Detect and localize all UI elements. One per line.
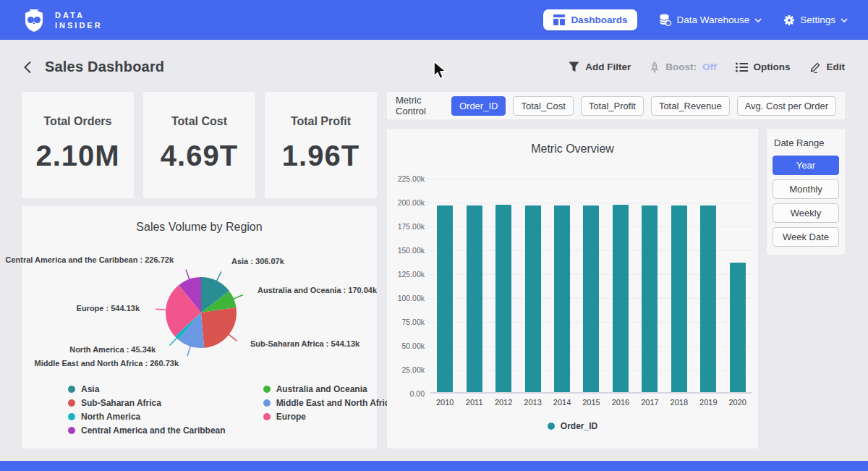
x-axis-tick: 2017 xyxy=(635,398,664,407)
legend-dot xyxy=(548,423,555,430)
date-range-label: Date Range xyxy=(774,137,839,148)
pie-chart-title: Sales Volume by Region xyxy=(22,206,377,234)
y-axis-tick: 150.00k xyxy=(390,246,425,255)
settings-menu[interactable]: Settings xyxy=(783,14,848,26)
legend-label: Australia and Oceania xyxy=(276,384,367,394)
kpi-value: 1.96T xyxy=(282,140,359,172)
metric-control-label: Metric Control xyxy=(396,95,443,116)
metric-option-avg-cost-per-order[interactable]: Avg. Cost per Order xyxy=(737,96,836,116)
x-axis-tick: 2016 xyxy=(606,398,635,407)
bar-2019[interactable] xyxy=(700,205,716,392)
pie-chart[interactable] xyxy=(161,273,241,352)
y-axis-tick: 200.00k xyxy=(390,198,425,207)
edit-button[interactable]: Edit xyxy=(809,61,846,73)
y-axis-tick: 25.00k xyxy=(390,365,425,374)
x-axis-tick: 2013 xyxy=(519,398,548,407)
pie-leader-line xyxy=(216,272,221,282)
bar-chart-legend: Order_ID xyxy=(387,421,758,431)
y-axis-tick: 125.00k xyxy=(390,270,425,279)
bar-2015[interactable] xyxy=(583,205,599,392)
pie-legend-item-central-america-and-the-caribbean[interactable]: Central America and the Caribbean xyxy=(68,425,226,436)
pie-legend-item-north-america[interactable]: North America xyxy=(68,412,226,422)
back-button[interactable] xyxy=(23,61,32,74)
pie-chart-card: Sales Volume by Region Asia : 306.07kAus… xyxy=(22,206,377,449)
date-range-option-monthly[interactable]: Monthly xyxy=(773,179,839,199)
owl-logo-icon xyxy=(20,7,48,34)
metric-control-bar: Metric Control Order_IDTotal_CostTotal_P… xyxy=(387,92,845,119)
kpi-label: Total Cost xyxy=(171,115,227,128)
bar-2018[interactable] xyxy=(671,205,687,392)
pie-legend-item-australia-and-oceania[interactable]: Australia and Oceania xyxy=(263,384,395,394)
kpi-label: Total Orders xyxy=(44,115,112,128)
bar-2010[interactable] xyxy=(437,205,453,392)
kpi-row: Total Orders 2.10M Total Cost 4.69T Tota… xyxy=(22,92,377,198)
dashboards-icon xyxy=(553,14,565,25)
legend-label: Sub-Saharan Africa xyxy=(81,398,161,408)
date-range-option-week-date[interactable]: Week Date xyxy=(773,227,839,247)
page-header: Sales Dashboard Add Filter Boost: Off xyxy=(0,40,868,85)
pie-callout-australia-and-oceania: Australia and Oceania : 170.04k xyxy=(258,286,377,294)
gear-icon xyxy=(783,14,795,26)
x-axis-tick: 2019 xyxy=(694,398,723,407)
y-axis-tick: 175.00k xyxy=(390,222,425,231)
legend-dot xyxy=(263,399,271,407)
dashboards-label: Dashboards xyxy=(571,14,627,25)
pie-callout-north-america: North America : 45.34k xyxy=(69,345,156,354)
x-axis-tick: 2011 xyxy=(460,398,489,407)
chevron-left-icon xyxy=(23,61,32,74)
pie-slice-sub-saharan-africa[interactable] xyxy=(201,307,237,348)
metric-buttons: Order_IDTotal_CostTotal_ProfitTotal_Reve… xyxy=(451,96,836,116)
bar-2014[interactable] xyxy=(554,205,570,392)
brand-line2: INSIDER xyxy=(55,20,103,30)
pie-legend-item-middle-east-and-north-africa[interactable]: Middle East and North Africa xyxy=(263,398,395,408)
boost-label: Boost: xyxy=(665,61,697,72)
pie-legend-item-asia[interactable]: Asia xyxy=(68,384,226,394)
metric-option-order-id[interactable]: Order_ID xyxy=(451,96,506,116)
date-range-option-year[interactable]: Year xyxy=(773,156,839,175)
pie-legend: AsiaSub-Saharan AfricaNorth AmericaCentr… xyxy=(68,384,394,436)
metric-option-total-profit[interactable]: Total_Profit xyxy=(581,96,644,116)
kpi-card-total-cost: Total Cost 4.69T xyxy=(143,92,255,198)
pencil-icon xyxy=(809,61,821,73)
date-range-option-weekly[interactable]: Weekly xyxy=(773,203,839,223)
kpi-value: 4.69T xyxy=(161,140,238,172)
kpi-card-total-profit: Total Profit 1.96T xyxy=(265,92,377,198)
bar-2016[interactable] xyxy=(613,205,629,392)
kpi-card-total-orders: Total Orders 2.10M xyxy=(22,92,134,198)
bar-chart-plot[interactable]: 225.00k200.00k175.00k150.00k125.00k100.0… xyxy=(430,179,752,394)
pie-legend-item-europe[interactable]: Europe xyxy=(263,412,395,422)
legend-label: Europe xyxy=(276,412,306,422)
pie-callout-sub-saharan-africa: Sub-Saharan Africa : 544.13k xyxy=(250,339,359,348)
legend-dot xyxy=(68,427,75,434)
metric-option-total-cost[interactable]: Total_Cost xyxy=(513,96,573,116)
y-axis-tick: 100.00k xyxy=(390,294,425,302)
pie-leader-line xyxy=(187,346,191,356)
settings-label: Settings xyxy=(800,14,835,25)
bar-2020[interactable] xyxy=(730,263,746,393)
y-axis-tick: 225.00k xyxy=(390,174,425,183)
legend-dot xyxy=(68,399,75,407)
brand: DATA INSIDER xyxy=(20,7,103,34)
data-warehouse-menu[interactable]: Data Warehouse xyxy=(659,14,762,26)
options-button[interactable]: Options xyxy=(736,61,791,72)
bar-2011[interactable] xyxy=(467,205,482,392)
bar-2013[interactable] xyxy=(525,205,541,392)
legend-dot xyxy=(263,413,271,420)
bar-2012[interactable] xyxy=(495,205,511,392)
bottom-bar xyxy=(0,461,868,471)
pie-legend-item-sub-saharan-africa[interactable]: Sub-Saharan Africa xyxy=(68,398,226,408)
legend-dot xyxy=(263,386,271,393)
date-range-buttons: YearMonthlyWeeklyWeek Date xyxy=(773,156,839,247)
bar-chart-title: Metric Overview xyxy=(387,142,758,156)
pie-leader-line xyxy=(186,270,190,280)
top-navbar: DATA INSIDER Dashboards Data Warehouse xyxy=(0,0,868,40)
add-filter-button[interactable]: Add Filter xyxy=(569,61,631,72)
metric-option-total-revenue[interactable]: Total_Revenue xyxy=(651,96,730,116)
dashboards-button[interactable]: Dashboards xyxy=(543,9,637,30)
kpi-label: Total Profit xyxy=(291,115,351,128)
date-range-panel: Date Range YearMonthlyWeeklyWeek Date xyxy=(767,129,845,255)
bar-2017[interactable] xyxy=(642,205,658,392)
y-axis-tick: 75.00k xyxy=(390,318,425,326)
pie-leader-line xyxy=(156,309,166,310)
boost-toggle[interactable]: Boost: Off xyxy=(650,61,716,73)
